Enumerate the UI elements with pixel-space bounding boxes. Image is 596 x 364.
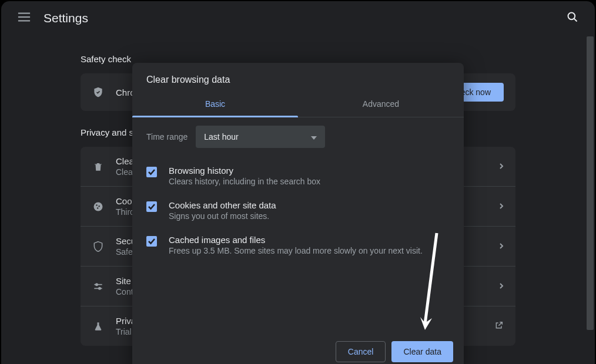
tab-basic[interactable]: Basic [132, 91, 298, 117]
menu-icon[interactable] [13, 7, 35, 29]
check-cookies: Cookies and other site data Signs you ou… [146, 193, 450, 228]
dialog-title: Clear browsing data [132, 63, 464, 91]
dialog-actions: Cancel Clear data [132, 332, 464, 364]
time-range-label: Time range [146, 132, 187, 141]
check-cached: Cached images and files Frees up 3.5 MB.… [146, 228, 450, 262]
check-title: Cookies and other site data [169, 200, 450, 210]
check-browsing-history: Browsing history Clears history, includi… [146, 159, 450, 193]
app-bar: Settings [1, 1, 595, 35]
page-title: Settings [43, 11, 88, 25]
dialog-body: Time range Last hour Browsing history [132, 117, 464, 266]
svg-line-4 [574, 19, 577, 22]
time-range-value: Last hour [204, 132, 238, 141]
checkbox-browsing-history[interactable] [146, 167, 157, 177]
check-title: Cached images and files [169, 235, 450, 245]
dropdown-arrow-icon [311, 132, 317, 142]
checkbox-cached[interactable] [146, 236, 157, 247]
dialog-tabs: Basic Advanced [132, 91, 464, 117]
check-title: Browsing history [169, 166, 450, 176]
time-range-select[interactable]: Last hour [196, 126, 325, 148]
cancel-button[interactable]: Cancel [336, 341, 386, 362]
modal-overlay: Clear browsing data Basic Advanced Time … [1, 35, 595, 364]
checkbox-cookies[interactable] [146, 201, 157, 212]
time-range-row: Time range Last hour [146, 126, 450, 148]
clear-data-button[interactable]: Clear data [391, 341, 453, 362]
search-icon[interactable] [562, 6, 583, 30]
check-sub: Frees up 3.5 MB. Some sites may load mor… [169, 246, 450, 255]
clear-browsing-data-dialog: Clear browsing data Basic Advanced Time … [132, 63, 464, 364]
content-area: Safety check Chro eck now Privacy and s … [1, 35, 595, 364]
check-sub: Clears history, including in the search … [169, 177, 450, 186]
svg-point-3 [568, 13, 575, 20]
check-sub: Signs you out of most sites. [169, 211, 450, 221]
tab-advanced[interactable]: Advanced [298, 91, 464, 117]
